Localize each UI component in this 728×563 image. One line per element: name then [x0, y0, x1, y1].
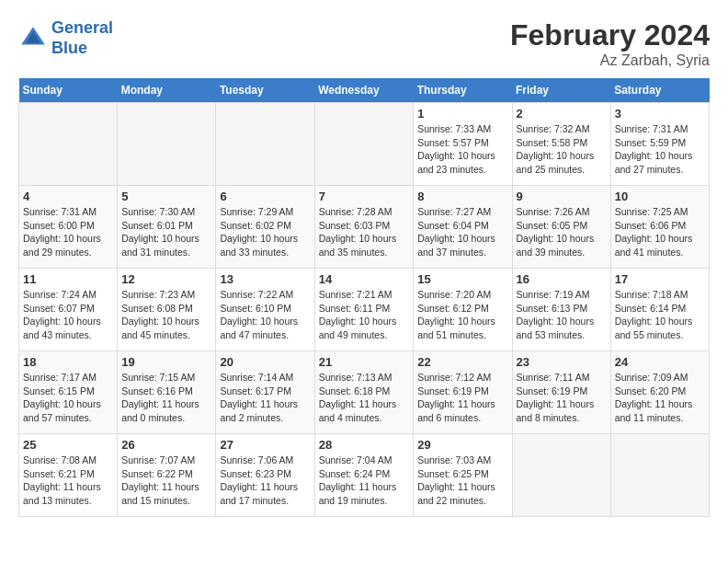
calendar-cell: 21Sunrise: 7:13 AM Sunset: 6:18 PM Dayli… — [314, 351, 414, 434]
logo-icon — [18, 24, 48, 53]
weekday-header-wednesday: Wednesday — [314, 78, 414, 103]
page-header: General Blue February 2024 Az Zarbah, Sy… — [18, 18, 710, 69]
calendar-cell: 23Sunrise: 7:11 AM Sunset: 6:19 PM Dayli… — [512, 351, 610, 434]
day-number: 6 — [220, 190, 310, 203]
day-number: 5 — [121, 190, 211, 203]
day-number: 24 — [615, 355, 705, 369]
day-info: Sunrise: 7:25 AM Sunset: 6:06 PM Dayligh… — [615, 205, 705, 259]
calendar-cell: 8Sunrise: 7:27 AM Sunset: 6:04 PM Daylig… — [414, 186, 512, 269]
weekday-header-row: SundayMondayTuesdayWednesdayThursdayFrid… — [19, 78, 710, 103]
calendar-cell: 22Sunrise: 7:12 AM Sunset: 6:19 PM Dayli… — [414, 351, 512, 434]
day-number: 12 — [121, 272, 211, 286]
day-info: Sunrise: 7:24 AM Sunset: 6:07 PM Dayligh… — [23, 288, 113, 342]
calendar-cell: 14Sunrise: 7:21 AM Sunset: 6:11 PM Dayli… — [314, 269, 414, 351]
day-info: Sunrise: 7:33 AM Sunset: 5:57 PM Dayligh… — [417, 122, 507, 177]
calendar-cell: 9Sunrise: 7:26 AM Sunset: 6:05 PM Daylig… — [512, 186, 610, 269]
calendar-cell: 13Sunrise: 7:22 AM Sunset: 6:10 PM Dayli… — [216, 269, 314, 351]
calendar-cell: 17Sunrise: 7:18 AM Sunset: 6:14 PM Dayli… — [610, 269, 709, 351]
title-block: February 2024 Az Zarbah, Syria — [510, 18, 710, 69]
day-info: Sunrise: 7:11 AM Sunset: 6:19 PM Dayligh… — [517, 371, 607, 425]
weekday-header-friday: Friday — [512, 78, 610, 103]
calendar-week-row: 18Sunrise: 7:17 AM Sunset: 6:15 PM Dayli… — [19, 351, 710, 434]
day-info: Sunrise: 7:15 AM Sunset: 6:16 PM Dayligh… — [121, 371, 211, 425]
day-number: 19 — [121, 355, 211, 369]
calendar-cell: 1Sunrise: 7:33 AM Sunset: 5:57 PM Daylig… — [414, 103, 512, 186]
day-number: 10 — [615, 190, 705, 203]
calendar-cell: 5Sunrise: 7:30 AM Sunset: 6:01 PM Daylig… — [118, 186, 216, 269]
calendar-cell: 27Sunrise: 7:06 AM Sunset: 6:23 PM Dayli… — [216, 434, 314, 517]
day-number: 4 — [23, 190, 113, 203]
day-number: 22 — [417, 355, 507, 369]
day-number: 3 — [615, 107, 705, 121]
logo: General Blue — [18, 18, 113, 58]
day-number: 9 — [517, 190, 607, 203]
calendar-cell — [314, 103, 414, 186]
day-number: 20 — [220, 355, 310, 369]
day-number: 28 — [319, 438, 410, 452]
calendar-cell: 12Sunrise: 7:23 AM Sunset: 6:08 PM Dayli… — [118, 269, 216, 351]
day-info: Sunrise: 7:28 AM Sunset: 6:03 PM Dayligh… — [319, 205, 410, 259]
day-number: 7 — [319, 190, 410, 203]
weekday-header-sunday: Sunday — [19, 78, 118, 103]
calendar-cell: 29Sunrise: 7:03 AM Sunset: 6:25 PM Dayli… — [414, 434, 512, 517]
calendar-cell: 24Sunrise: 7:09 AM Sunset: 6:20 PM Dayli… — [610, 351, 709, 434]
day-number: 13 — [220, 272, 310, 286]
day-info: Sunrise: 7:13 AM Sunset: 6:18 PM Dayligh… — [319, 371, 410, 425]
day-info: Sunrise: 7:21 AM Sunset: 6:11 PM Dayligh… — [319, 288, 410, 342]
calendar-cell: 4Sunrise: 7:31 AM Sunset: 6:00 PM Daylig… — [19, 186, 118, 269]
weekday-header-monday: Monday — [118, 78, 216, 103]
calendar-cell — [19, 103, 118, 186]
calendar-cell: 19Sunrise: 7:15 AM Sunset: 6:16 PM Dayli… — [118, 351, 216, 434]
day-info: Sunrise: 7:19 AM Sunset: 6:13 PM Dayligh… — [517, 288, 607, 342]
day-info: Sunrise: 7:08 AM Sunset: 6:21 PM Dayligh… — [23, 454, 113, 508]
calendar-cell: 15Sunrise: 7:20 AM Sunset: 6:12 PM Dayli… — [414, 269, 512, 351]
day-number: 15 — [417, 272, 507, 286]
day-info: Sunrise: 7:14 AM Sunset: 6:17 PM Dayligh… — [220, 371, 310, 425]
calendar-cell — [512, 434, 610, 517]
month-year: February 2024 — [510, 18, 710, 52]
day-number: 25 — [23, 438, 113, 452]
day-number: 17 — [615, 272, 705, 286]
day-number: 29 — [417, 438, 507, 452]
calendar-cell: 25Sunrise: 7:08 AM Sunset: 6:21 PM Dayli… — [19, 434, 118, 517]
day-info: Sunrise: 7:18 AM Sunset: 6:14 PM Dayligh… — [615, 288, 705, 342]
calendar-cell: 28Sunrise: 7:04 AM Sunset: 6:24 PM Dayli… — [314, 434, 414, 517]
weekday-header-tuesday: Tuesday — [216, 78, 314, 103]
day-info: Sunrise: 7:17 AM Sunset: 6:15 PM Dayligh… — [23, 371, 113, 425]
day-number: 16 — [517, 272, 607, 286]
calendar-table: SundayMondayTuesdayWednesdayThursdayFrid… — [18, 78, 710, 517]
day-info: Sunrise: 7:22 AM Sunset: 6:10 PM Dayligh… — [220, 288, 310, 342]
day-info: Sunrise: 7:03 AM Sunset: 6:25 PM Dayligh… — [417, 454, 507, 508]
day-info: Sunrise: 7:27 AM Sunset: 6:04 PM Dayligh… — [417, 205, 507, 259]
location: Az Zarbah, Syria — [510, 52, 710, 69]
day-number: 1 — [417, 107, 507, 121]
calendar-cell — [610, 434, 709, 517]
day-info: Sunrise: 7:29 AM Sunset: 6:02 PM Dayligh… — [220, 205, 310, 259]
day-info: Sunrise: 7:06 AM Sunset: 6:23 PM Dayligh… — [220, 454, 310, 508]
day-number: 26 — [121, 438, 211, 452]
day-info: Sunrise: 7:09 AM Sunset: 6:20 PM Dayligh… — [615, 371, 705, 425]
day-info: Sunrise: 7:04 AM Sunset: 6:24 PM Dayligh… — [319, 454, 410, 508]
calendar-week-row: 25Sunrise: 7:08 AM Sunset: 6:21 PM Dayli… — [19, 434, 710, 517]
calendar-week-row: 11Sunrise: 7:24 AM Sunset: 6:07 PM Dayli… — [19, 269, 710, 351]
day-info: Sunrise: 7:07 AM Sunset: 6:22 PM Dayligh… — [121, 454, 211, 508]
day-number: 14 — [319, 272, 410, 286]
calendar-cell: 16Sunrise: 7:19 AM Sunset: 6:13 PM Dayli… — [512, 269, 610, 351]
day-number: 18 — [23, 355, 113, 369]
weekday-header-thursday: Thursday — [414, 78, 512, 103]
calendar-cell: 26Sunrise: 7:07 AM Sunset: 6:22 PM Dayli… — [118, 434, 216, 517]
day-number: 23 — [517, 355, 607, 369]
calendar-cell: 10Sunrise: 7:25 AM Sunset: 6:06 PM Dayli… — [610, 186, 709, 269]
calendar-week-row: 4Sunrise: 7:31 AM Sunset: 6:00 PM Daylig… — [19, 186, 710, 269]
calendar-cell: 6Sunrise: 7:29 AM Sunset: 6:02 PM Daylig… — [216, 186, 314, 269]
calendar-cell: 20Sunrise: 7:14 AM Sunset: 6:17 PM Dayli… — [216, 351, 314, 434]
calendar-cell: 3Sunrise: 7:31 AM Sunset: 5:59 PM Daylig… — [610, 103, 709, 186]
calendar-cell: 7Sunrise: 7:28 AM Sunset: 6:03 PM Daylig… — [314, 186, 414, 269]
day-number: 21 — [319, 355, 410, 369]
day-info: Sunrise: 7:20 AM Sunset: 6:12 PM Dayligh… — [417, 288, 507, 342]
calendar-cell: 18Sunrise: 7:17 AM Sunset: 6:15 PM Dayli… — [19, 351, 118, 434]
day-info: Sunrise: 7:26 AM Sunset: 6:05 PM Dayligh… — [517, 205, 607, 259]
calendar-cell — [216, 103, 314, 186]
day-info: Sunrise: 7:23 AM Sunset: 6:08 PM Dayligh… — [121, 288, 211, 342]
logo-text: General Blue — [51, 18, 113, 58]
